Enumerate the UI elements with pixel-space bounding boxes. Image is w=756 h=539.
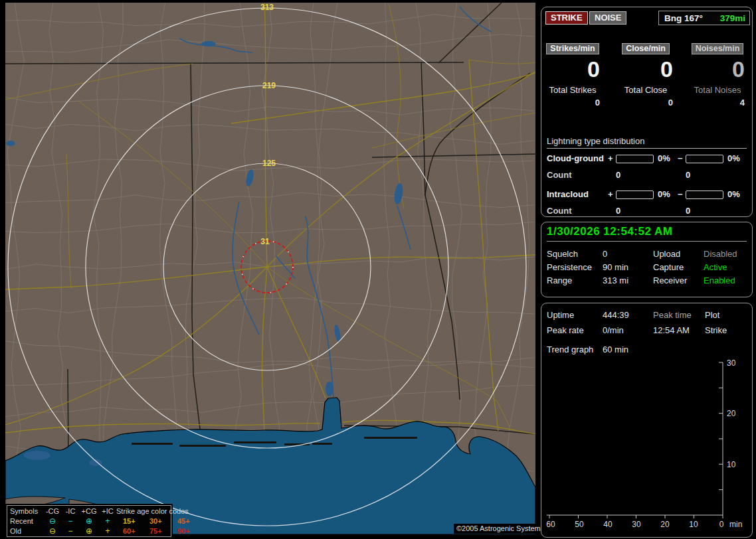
persistence-value: 90 min	[603, 262, 628, 272]
cloud-ground-row: Cloud-ground + 0% − 0%	[541, 153, 752, 164]
cloud-ground-count-row: Count 0 0	[541, 170, 752, 181]
svg-text:40: 40	[603, 520, 613, 529]
strikes-per-min-header: Strikes/min	[546, 43, 599, 54]
legend-header-neg-ic: -IC	[62, 506, 79, 516]
count-label: Count	[547, 206, 572, 216]
upload-label: Upload	[653, 249, 680, 259]
peak-rate-label: Peak rate	[547, 325, 584, 335]
total-noises-label: Total Noises	[689, 85, 746, 95]
close-per-min-value: 0	[617, 57, 674, 81]
noises-per-min-value: 0	[689, 57, 746, 81]
svg-text:30: 30	[632, 520, 641, 529]
range-value: 313 mi	[603, 275, 628, 285]
squelch-label: Squelch	[547, 249, 578, 259]
map-canvas[interactable]: 313 219 125 31	[5, 3, 535, 534]
svg-text:0: 0	[719, 520, 724, 529]
total-noises-value: 4	[689, 98, 746, 108]
noises-counter-column: Noises/min 0 Total Noises 4	[689, 42, 746, 108]
total-strikes-value: 0	[544, 98, 601, 108]
minus-sign: −	[678, 153, 683, 163]
cloud-ground-label: Cloud-ground	[547, 153, 604, 163]
ic-negative-pct: 0%	[727, 189, 740, 199]
stats-panel: Uptime 444:39 Peak time Plot Peak rate 0…	[541, 303, 753, 538]
upload-status: Disabled	[704, 249, 737, 259]
close-per-min-header: Close/min	[622, 43, 670, 54]
bearing-distance: 379mi	[720, 13, 745, 23]
cg-positive-bar	[616, 155, 654, 163]
recent-pos-cg-icon: ⊕	[79, 516, 99, 526]
legend-row-recent-label: Recent	[10, 516, 43, 526]
age-code-45: 45+	[177, 516, 207, 526]
age-code-15: 15+	[123, 516, 149, 526]
cg-positive-count: 0	[616, 170, 620, 180]
old-neg-cg-icon: ⊖	[43, 526, 62, 536]
total-close-label: Total Close	[617, 85, 674, 95]
legend-header-neg-cg: -CG	[43, 506, 62, 516]
trend-x-unit: min	[729, 520, 742, 529]
distribution-divider	[547, 148, 747, 149]
close-counter-column: Close/min 0 Total Close 0	[617, 42, 674, 108]
ic-negative-bar	[686, 191, 723, 199]
count-label: Count	[547, 170, 572, 180]
age-code-30: 30+	[149, 516, 177, 526]
noise-toggle-button[interactable]: NOISE	[589, 11, 626, 25]
intracloud-count-row: Count 0 0	[541, 206, 752, 216]
squelch-value: 0	[603, 249, 607, 259]
ring-label-125: 125	[262, 159, 276, 168]
cg-negative-count: 0	[686, 170, 690, 180]
cg-negative-pct: 0%	[727, 153, 740, 163]
old-pos-cg-icon: ⊕	[79, 526, 99, 536]
svg-text:50: 50	[575, 520, 584, 529]
datetime-display: 1/30/2026 12:54:52 AM	[547, 225, 747, 242]
distribution-title: Lightning type distribution	[547, 136, 644, 146]
trend-y-label-10: 10	[727, 460, 736, 469]
ic-negative-count: 0	[686, 206, 690, 216]
capture-status: Active	[704, 262, 727, 272]
legend-header-pos-cg: +CG	[79, 506, 99, 516]
status-panel: 1/30/2026 12:54:52 AM Squelch 0 Upload D…	[541, 222, 753, 297]
old-pos-ic-icon: +	[99, 526, 116, 536]
intracloud-label: Intracloud	[547, 189, 589, 199]
legend-age-title: Strike age color codes	[116, 506, 207, 516]
legend-row-old-label: Old	[10, 526, 43, 536]
strikes-per-min-value: 0	[544, 57, 601, 81]
total-close-value: 0	[617, 98, 674, 108]
svg-text:20: 20	[660, 520, 670, 529]
plus-sign: +	[608, 153, 613, 163]
lightning-map: 313 219 125 31	[5, 3, 535, 534]
persistence-label: Persistence	[547, 262, 592, 272]
trend-y-label-30: 30	[727, 358, 736, 368]
total-strikes-label: Total Strikes	[544, 85, 601, 95]
legend-header-symbols: Symbols	[10, 506, 43, 516]
trend-y-label-20: 20	[727, 409, 736, 418]
status-row: Squelch 0 Upload Disabled	[541, 249, 752, 260]
cg-positive-pct: 0%	[658, 153, 670, 163]
uptime-value: 444:39	[603, 310, 629, 320]
age-code-60: 60+	[123, 526, 149, 536]
status-row: Range 313 mi Receiver Enabled	[541, 275, 752, 287]
stats-row: Peak rate 0/min 12:54 AM Strike	[541, 325, 752, 337]
age-code-90: 90+	[177, 526, 207, 536]
receiver-status: Enabled	[704, 275, 735, 285]
peak-time-label: Peak time	[653, 310, 692, 320]
peak-rate-value: 0/min	[603, 325, 624, 335]
copyright-notice: ©2005 Astrogenic Systems	[454, 524, 547, 534]
strikes-counter-column: Strikes/min 0 Total Strikes 0	[544, 42, 601, 108]
ic-positive-count: 0	[616, 206, 620, 216]
bearing-readout: Bng 167° 379mi	[658, 11, 750, 25]
receiver-label: Receiver	[653, 275, 687, 285]
plot-label: Plot	[705, 310, 719, 320]
range-label: Range	[547, 275, 572, 285]
noises-per-min-header: Noises/min	[692, 43, 744, 54]
trend-graph: 30 20 10 60 50 40 30 20 10 0 min	[541, 355, 751, 534]
stats-row: Uptime 444:39 Peak time Plot	[541, 310, 752, 321]
svg-text:10: 10	[689, 520, 698, 529]
trend-graph-window: 60 min	[603, 345, 628, 354]
trend-graph-label: Trend graph	[547, 345, 593, 354]
ring-label-313: 313	[260, 3, 274, 12]
symbol-legend: Symbols -CG -IC +CG +IC Strike age color…	[7, 505, 171, 537]
peak-time-value: 12:54 AM	[653, 325, 690, 335]
minus-sign: −	[678, 189, 683, 199]
strike-toggle-button[interactable]: STRIKE	[545, 11, 588, 25]
age-code-75: 75+	[149, 526, 177, 536]
